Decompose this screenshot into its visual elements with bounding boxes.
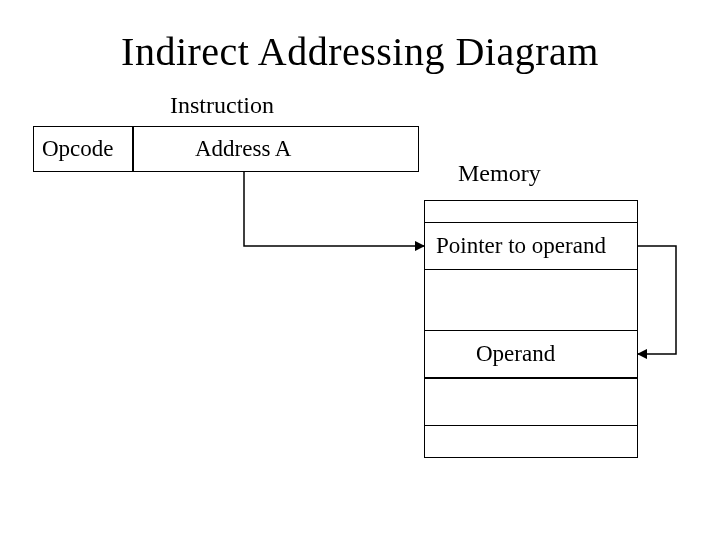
address-label: Address A [195,136,291,162]
pointer-label: Pointer to operand [436,233,606,259]
arrow-address-to-pointer [244,172,424,246]
memory-cell-empty [424,378,638,426]
arrow-pointer-to-operand [638,246,676,354]
page-title: Indirect Addressing Diagram [0,28,720,75]
operand-label: Operand [476,341,555,367]
diagram-stage: Indirect Addressing Diagram Instruction … [0,0,720,540]
opcode-label: Opcode [42,136,114,162]
memory-label: Memory [458,160,541,187]
instruction-label: Instruction [170,92,274,119]
